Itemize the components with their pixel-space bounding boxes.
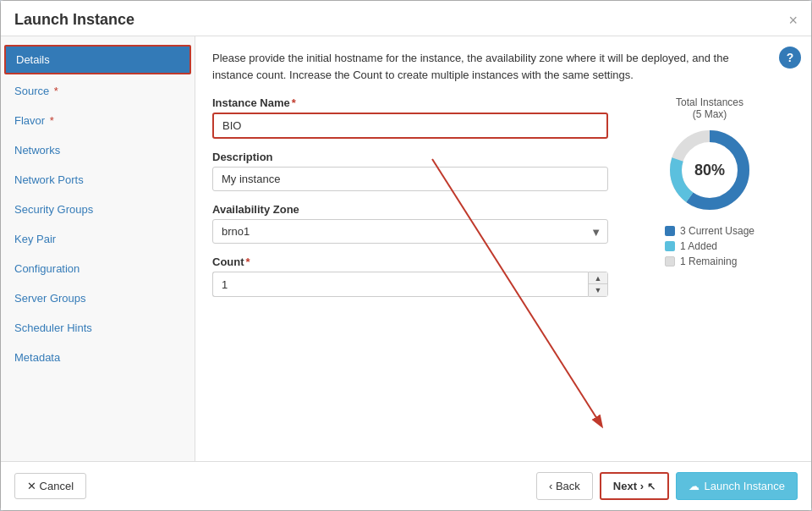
description-group: Description bbox=[212, 151, 608, 191]
count-label: Count* bbox=[212, 256, 608, 268]
next-button[interactable]: Next › ↖ bbox=[600, 472, 669, 500]
cancel-button[interactable]: ✕ Cancel bbox=[14, 473, 86, 499]
sidebar-item-flavor[interactable]: Flavor * bbox=[1, 106, 195, 135]
availability-zone-wrapper: brno1 ▼ bbox=[212, 219, 608, 244]
instance-name-label: Instance Name* bbox=[212, 96, 608, 109]
sidebar-item-key-pair[interactable]: Key Pair bbox=[1, 224, 195, 254]
form-section: Instance Name* Description Availability … bbox=[212, 96, 608, 309]
legend-item-added: 1 Added bbox=[665, 240, 754, 252]
availability-zone-label: Availability Zone bbox=[212, 203, 608, 216]
count-increment-button[interactable]: ▲ bbox=[589, 272, 607, 284]
sidebar-item-network-ports[interactable]: Network Ports bbox=[1, 165, 195, 195]
count-group: Count* ▲ ▼ bbox=[212, 256, 608, 297]
availability-zone-group: Availability Zone brno1 ▼ bbox=[212, 203, 608, 244]
sidebar-item-networks[interactable]: Networks bbox=[1, 135, 195, 165]
modal-body: DetailsSource *Flavor *NetworksNetwork P… bbox=[1, 36, 811, 461]
description-text: Please provide the initial hostname for … bbox=[212, 50, 794, 83]
modal-header: Launch Instance × bbox=[1, 1, 811, 36]
count-input[interactable] bbox=[212, 272, 588, 297]
legend-dot-current bbox=[665, 226, 675, 236]
legend-label-added: 1 Added bbox=[680, 240, 717, 252]
close-button[interactable]: × bbox=[788, 13, 798, 28]
count-input-wrapper: ▲ ▼ bbox=[212, 272, 608, 297]
sidebar-item-scheduler-hints[interactable]: Scheduler Hints bbox=[1, 313, 195, 343]
donut-percent: 80% bbox=[694, 162, 725, 179]
description-input[interactable] bbox=[212, 167, 608, 191]
footer-button-group: ‹ Back Next › ↖ ☁ Launch Instance bbox=[536, 472, 798, 500]
donut-chart: 80% bbox=[663, 124, 756, 217]
help-button[interactable]: ? bbox=[779, 47, 801, 69]
required-indicator: * bbox=[51, 85, 58, 97]
count-decrement-button[interactable]: ▼ bbox=[589, 284, 607, 296]
sidebar-item-server-groups[interactable]: Server Groups bbox=[1, 283, 195, 313]
sidebar-item-details[interactable]: Details bbox=[4, 45, 191, 74]
main-row: Instance Name* Description Availability … bbox=[212, 96, 794, 309]
back-button[interactable]: ‹ Back bbox=[536, 472, 593, 500]
launch-icon: ☁ bbox=[689, 480, 700, 492]
modal-footer: ✕ Cancel ‹ Back Next › ↖ ☁ Launch Instan… bbox=[1, 461, 811, 510]
count-spinner: ▲ ▼ bbox=[588, 272, 608, 297]
instance-name-input[interactable] bbox=[212, 113, 608, 139]
sidebar-item-configuration[interactable]: Configuration bbox=[1, 254, 195, 283]
sidebar: DetailsSource *Flavor *NetworksNetwork P… bbox=[1, 36, 195, 461]
launch-instance-modal: Launch Instance × DetailsSource *Flavor … bbox=[0, 0, 812, 511]
legend-label-current: 3 Current Usage bbox=[680, 225, 754, 237]
legend-item-remaining: 1 Remaining bbox=[665, 256, 754, 267]
instance-name-group: Instance Name* bbox=[212, 96, 608, 139]
chart-legend: 3 Current Usage 1 Added 1 Remaining bbox=[665, 225, 754, 271]
chart-section: Total Instances (5 Max) 80% bbox=[625, 96, 794, 309]
sidebar-item-metadata[interactable]: Metadata bbox=[1, 343, 195, 372]
legend-dot-added bbox=[665, 241, 675, 251]
legend-item-current: 3 Current Usage bbox=[665, 225, 754, 237]
modal-title: Launch Instance bbox=[14, 11, 134, 29]
sidebar-item-security-groups[interactable]: Security Groups bbox=[1, 195, 195, 224]
required-indicator: * bbox=[47, 114, 54, 127]
launch-instance-button[interactable]: ☁ Launch Instance bbox=[676, 472, 798, 500]
description-label: Description bbox=[212, 151, 608, 163]
chart-title: Total Instances (5 Max) bbox=[676, 96, 743, 120]
content-area: ? Please provide the initial hostname fo… bbox=[195, 36, 811, 461]
legend-dot-remaining bbox=[665, 256, 675, 266]
availability-zone-select[interactable]: brno1 bbox=[212, 219, 608, 244]
count-required-star: * bbox=[246, 256, 250, 268]
cursor-icon: ↖ bbox=[647, 481, 656, 492]
required-star: * bbox=[292, 96, 296, 109]
legend-label-remaining: 1 Remaining bbox=[680, 256, 737, 267]
sidebar-item-source[interactable]: Source * bbox=[1, 76, 195, 106]
